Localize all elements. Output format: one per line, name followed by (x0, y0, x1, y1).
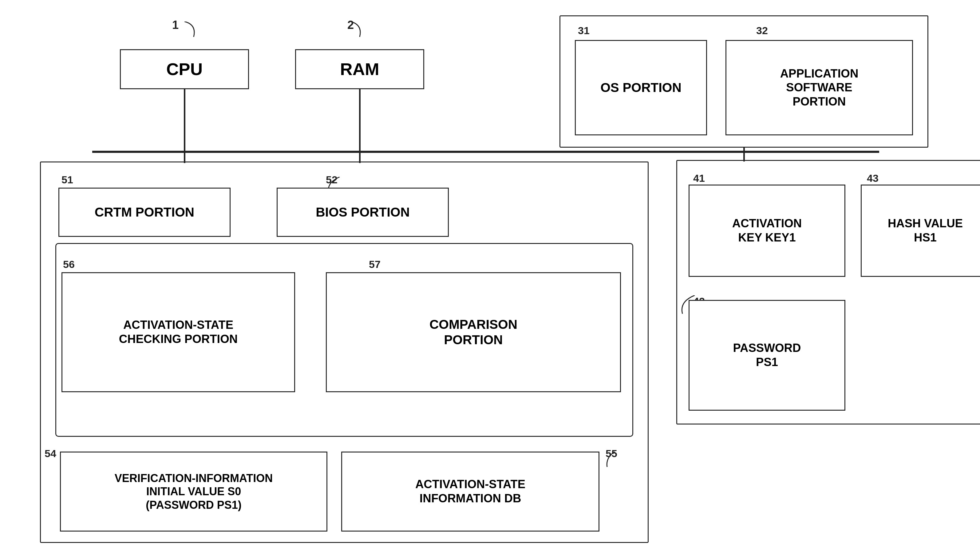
verif-initial-box: VERIFICATION-INFORMATION INITIAL VALUE S… (60, 451, 327, 532)
cpu-box: CPU (120, 49, 249, 89)
app-ref: 32 (756, 25, 768, 37)
ram-bios-connector (359, 151, 361, 163)
activation-checking-box: ACTIVATION-STATE CHECKING PORTION (62, 272, 295, 392)
verif-initial-ref: 54 (44, 448, 56, 460)
hash-value-box: HASH VALUE HS1 (861, 185, 980, 277)
os-portion-box: OS PORTION (575, 40, 707, 135)
diagram: 1 CPU 2 RAM 3 HDD 31 OS PORTION 32 APPLI… (0, 0, 980, 558)
comparison-box: COMPARISON PORTION (326, 272, 621, 392)
ram-box: RAM (295, 49, 424, 89)
bus-line-horizontal (92, 151, 879, 153)
tpm-connector (743, 151, 745, 161)
activation-info-ref-bracket (602, 451, 627, 470)
hash-ref: 43 (867, 172, 879, 184)
ram-ref-bracket (338, 21, 363, 52)
activation-checking-ref: 56 (63, 258, 75, 271)
activation-info-box: ACTIVATION-STATE INFORMATION DB (341, 451, 599, 532)
cpu-connector (184, 89, 185, 151)
bios-portion-box: BIOS PORTION (276, 188, 449, 237)
activation-key-box: ACTIVATION KEY KEY1 (689, 185, 845, 277)
os-ref: 31 (578, 25, 590, 37)
ram-connector (359, 89, 361, 151)
crtm-box: CRTM PORTION (59, 188, 231, 237)
bios-rom-connector (184, 151, 185, 163)
comparison-ref: 57 (369, 258, 381, 271)
password-box: PASSWORD PS1 (689, 300, 845, 411)
activation-key-ref: 41 (693, 172, 705, 184)
app-software-box: APPLICATION SOFTWARE PORTION (725, 40, 913, 135)
crtm-ref: 51 (62, 174, 73, 186)
cpu-ref-bracket (172, 21, 197, 52)
